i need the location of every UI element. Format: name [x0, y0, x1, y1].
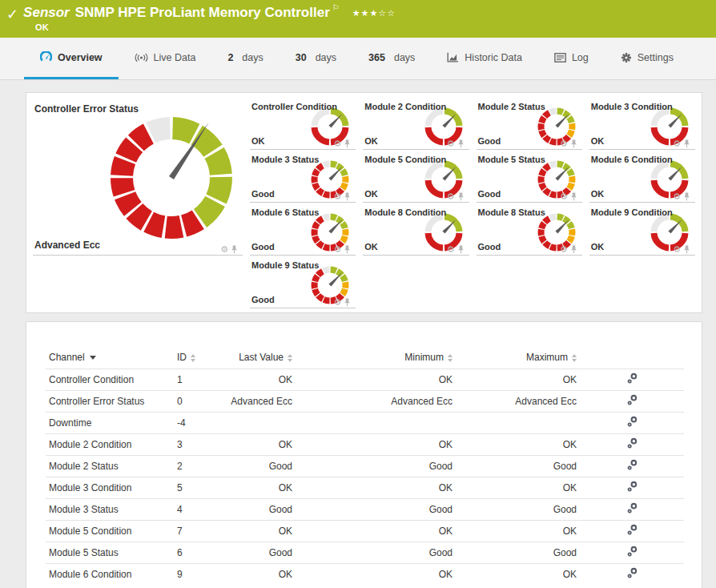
gauge-tile-module-8-status[interactable]: Module 8 Status Good ⚙ [477, 203, 582, 256]
channel-settings-icon[interactable] [627, 502, 638, 513]
pin-icon[interactable] [457, 192, 465, 201]
cell-channel[interactable]: Module 5 Status [46, 542, 174, 563]
channel-settings-icon[interactable] [627, 373, 638, 384]
channel-settings-icon[interactable] [627, 416, 638, 427]
tab-label: Overview [58, 52, 103, 63]
pin-icon[interactable] [683, 192, 690, 201]
star-rating[interactable]: ★★★☆☆ [352, 5, 396, 22]
gear-icon[interactable]: ⚙ [673, 192, 681, 201]
pin-glyph [570, 139, 577, 148]
cell-channel[interactable]: Module 6 Condition [46, 563, 174, 585]
pin-icon[interactable] [344, 298, 351, 307]
gauge-tile-module-6-status[interactable]: Module 6 Status Good ⚙ [250, 203, 356, 256]
gauge-tile-module-2-status[interactable]: Module 2 Status Good ⚙ [477, 97, 582, 150]
cell-channel[interactable]: Module 2 Condition [46, 433, 174, 455]
channel-settings-icon[interactable] [627, 546, 638, 557]
gear-icon[interactable]: ⚙ [673, 139, 681, 148]
pin-icon[interactable] [457, 139, 465, 148]
gauge-tile-module-6-condition[interactable]: Module 6 Condition OK ⚙ [589, 150, 695, 203]
gauge-tile-controller-condition[interactable]: Controller Condition OK ⚙ [250, 97, 356, 150]
cell-channel[interactable]: Controller Condition [46, 369, 174, 390]
pin-icon[interactable] [570, 192, 577, 201]
gauge-needle [668, 114, 682, 128]
gauge-tile-module-3-status[interactable]: Module 3 Status Good ⚙ [250, 150, 356, 203]
tab-30-days[interactable]: 30days [280, 38, 352, 79]
gear-icon[interactable]: ⚙ [560, 139, 568, 148]
flag-icon[interactable]: ⚐ [332, 4, 340, 12]
cell-channel[interactable]: Controller Error Status [46, 390, 174, 412]
pin-icon[interactable] [344, 245, 351, 254]
channel-settings-icon[interactable] [627, 481, 638, 492]
tab-2-days[interactable]: 2days [211, 38, 279, 79]
gauge-tile-controller-error-status[interactable]: Controller Error Status Advanced Ecc ⚙ [33, 97, 243, 256]
cell-channel[interactable]: Module 3 Status [46, 498, 174, 520]
cell-last: OK [214, 563, 296, 585]
channel-settings-icon[interactable] [627, 437, 638, 449]
column-header-minimum[interactable]: Minimum [296, 346, 456, 369]
pin-icon[interactable] [231, 245, 238, 254]
sort-icon[interactable] [288, 354, 292, 362]
sort-icon[interactable] [191, 354, 195, 362]
pin-glyph [231, 245, 238, 254]
gear-icon[interactable]: ⚙ [447, 245, 455, 254]
tab-settings[interactable]: Settings [605, 38, 690, 79]
gear-icon[interactable]: ⚙ [560, 245, 568, 254]
pin-icon[interactable] [344, 192, 351, 201]
pin-icon[interactable] [570, 245, 577, 254]
column-label: ID [177, 352, 187, 363]
pin-icon[interactable] [570, 139, 577, 148]
gear-icon[interactable]: ⚙ [447, 139, 455, 148]
gear-icon[interactable]: ⚙ [333, 298, 341, 307]
column-header-last-value[interactable]: Last Value [214, 346, 296, 369]
gauge-tile-module-3-condition[interactable]: Module 3 Condition OK ⚙ [589, 97, 695, 150]
gauge-tile-module-9-condition[interactable]: Module 9 Condition OK ⚙ [589, 203, 695, 256]
sort-icon[interactable] [572, 354, 577, 362]
tab-log[interactable]: Log [538, 38, 605, 79]
column-header-maximum[interactable]: Maximum [456, 346, 580, 369]
tab-label: Historic Data [465, 52, 522, 63]
cell-channel[interactable]: Module 2 Status [46, 455, 174, 477]
gear-icon[interactable]: ⚙ [560, 192, 568, 201]
sort-icon[interactable] [448, 354, 453, 362]
cell-channel[interactable]: Downtime [46, 412, 174, 433]
cell-channel[interactable]: Module 5 Condition [46, 520, 174, 542]
page-title: SNMP HPE ProLiant Memory Controller [75, 4, 330, 21]
gear-icon[interactable]: ⚙ [447, 192, 455, 201]
gauge-tile-module-8-condition[interactable]: Module 8 Condition OK ⚙ [363, 203, 469, 256]
channel-settings-icon[interactable] [627, 459, 638, 470]
gear-icon[interactable]: ⚙ [333, 139, 341, 148]
gear-icon[interactable]: ⚙ [333, 245, 341, 254]
tile-title: Controller Condition [251, 102, 337, 111]
tab-overview[interactable]: Overview [24, 38, 119, 79]
column-label: Channel [49, 352, 85, 363]
pin-icon[interactable] [683, 245, 690, 254]
channel-edit-glyph [627, 546, 638, 557]
pin-icon[interactable] [344, 139, 351, 148]
tab-live-data[interactable]: Live Data [119, 38, 212, 79]
gear-icon[interactable]: ⚙ [673, 245, 681, 254]
gauge-tile-module-5-status[interactable]: Module 5 Status Good ⚙ [477, 150, 582, 203]
pin-icon[interactable] [683, 139, 690, 148]
log-icon [554, 53, 566, 62]
cell-max: OK [456, 563, 580, 585]
channel-settings-icon[interactable] [627, 567, 638, 578]
column-label: Last Value [239, 352, 284, 363]
cell-channel[interactable]: Module 3 Condition [46, 477, 174, 498]
column-header-id[interactable]: ID [174, 346, 214, 369]
cell-min [296, 412, 456, 433]
tile-title: Module 3 Condition [591, 102, 673, 111]
sort-desc-icon[interactable] [90, 356, 96, 360]
channel-settings-icon[interactable] [627, 394, 638, 405]
gauge-tile-module-9-status[interactable]: Module 9 Status Good ⚙ [250, 256, 356, 308]
gear-icon[interactable]: ⚙ [333, 192, 341, 201]
tab-365-days[interactable]: 365days [352, 38, 431, 79]
pin-icon[interactable] [457, 245, 465, 254]
gauge-tile-module-2-condition[interactable]: Module 2 Condition OK ⚙ [363, 97, 469, 150]
gear-icon[interactable]: ⚙ [220, 245, 228, 254]
tab-historic-data[interactable]: Historic Data [431, 38, 538, 79]
column-header-channel[interactable]: Channel [46, 346, 174, 369]
gauge-tile-module-5-condition[interactable]: Module 5 Condition OK ⚙ [363, 150, 469, 203]
pin-glyph [683, 192, 690, 201]
channel-settings-icon[interactable] [627, 524, 638, 535]
pin-glyph [457, 245, 465, 254]
